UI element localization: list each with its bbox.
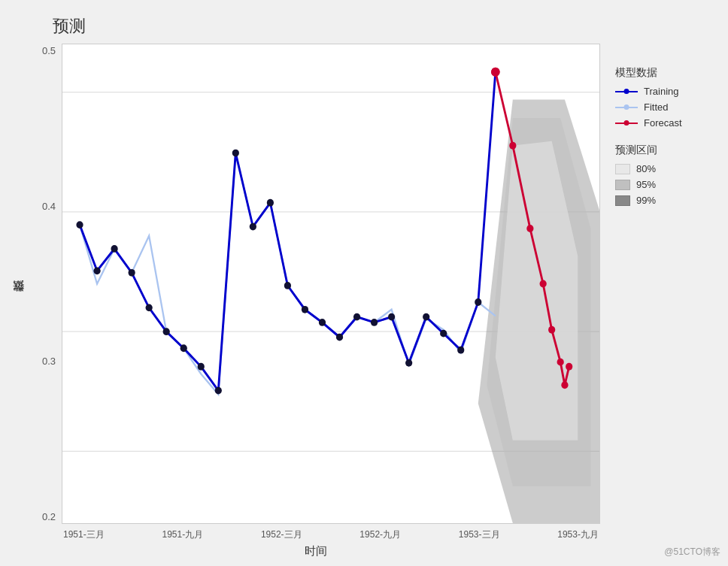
svg-point-21 [319, 319, 326, 326]
svg-point-29 [457, 347, 464, 354]
svg-point-30 [475, 298, 481, 306]
svg-point-27 [423, 313, 429, 321]
x-tick: 1953-三月 [459, 528, 500, 541]
svg-point-26 [405, 359, 412, 367]
svg-point-37 [557, 359, 564, 366]
y-tick: 0.3 [42, 356, 56, 367]
legend-fitted-label: Fitted [644, 101, 669, 113]
x-ticks: 1951-三月1951-九月1952-三月1952-九月1953-三月1953-… [62, 524, 600, 541]
svg-point-23 [353, 313, 360, 321]
svg-point-34 [526, 225, 533, 232]
svg-point-14 [198, 363, 205, 371]
y-tick: 0.5 [42, 45, 56, 56]
legend-training-label: Training [644, 86, 678, 97]
svg-point-18 [267, 199, 274, 207]
svg-point-28 [440, 330, 447, 337]
svg-point-25 [388, 313, 395, 321]
svg-point-38 [561, 381, 568, 389]
svg-point-15 [215, 387, 222, 395]
legend-band-99: 99% [615, 195, 713, 206]
legend-forecast-line [615, 123, 638, 124]
svg-point-24 [371, 319, 378, 326]
svg-point-13 [180, 344, 187, 352]
chart-title: 预测 [53, 15, 86, 38]
svg-point-32 [491, 68, 500, 77]
svg-point-39 [566, 363, 572, 371]
svg-point-22 [336, 334, 343, 341]
legend-band-80: 80% [615, 163, 713, 174]
y-axis-label: 数据 [8, 44, 29, 558]
legend-band-95-label: 95% [636, 179, 656, 190]
y-ticks: 0.50.40.30.2 [32, 44, 62, 524]
svg-point-12 [163, 328, 170, 335]
x-tick: 1953-九月 [557, 528, 599, 541]
legend-training-line [615, 91, 638, 92]
svg-point-33 [509, 142, 516, 150]
legend-band-80-label: 80% [636, 163, 656, 174]
svg-point-16 [232, 150, 239, 157]
svg-point-36 [548, 326, 555, 334]
legend-band-95: 95% [615, 179, 713, 190]
chart-container: 预测 数据 0.50.40.30.2 [0, 0, 728, 566]
chart-body: 数据 0.50.40.30.2 [8, 44, 720, 558]
svg-point-19 [284, 282, 291, 289]
x-tick: 1952-三月 [261, 528, 302, 541]
chart-inner: 0.50.40.30.2 [32, 44, 600, 558]
x-axis-area: 1951-三月1951-九月1952-三月1952-九月1953-三月1953-… [32, 524, 600, 541]
legend-interval-title: 预测区间 [615, 144, 713, 157]
x-tick: 1951-三月 [63, 528, 105, 541]
legend-forecast: Forecast [615, 117, 713, 129]
legend-band-99-label: 99% [636, 195, 656, 206]
svg-point-35 [540, 280, 547, 288]
legend-model-title: 模型数据 [615, 66, 713, 80]
plot-area-wrapper: 0.50.40.30.2 [32, 44, 600, 524]
x-tick: 1951-九月 [162, 528, 203, 541]
y-tick: 0.4 [42, 201, 56, 212]
legend-area: 模型数据 Training Fitted [600, 44, 720, 558]
svg-point-11 [146, 304, 153, 311]
svg-point-9 [111, 245, 117, 253]
legend-band-95-box [615, 180, 630, 190]
legend-band-80-box [615, 164, 630, 174]
legend-fitted-line [615, 107, 638, 108]
plot-area [62, 44, 600, 524]
watermark: @51CTO博客 [664, 546, 720, 558]
svg-point-20 [302, 306, 308, 313]
svg-point-7 [76, 221, 83, 229]
svg-point-10 [129, 269, 135, 277]
legend-training: Training [615, 86, 713, 97]
x-axis-label: 时间 [32, 544, 600, 558]
svg-point-8 [93, 267, 100, 274]
legend-forecast-label: Forecast [644, 117, 682, 129]
y-tick: 0.2 [42, 511, 56, 522]
svg-point-17 [250, 223, 256, 231]
x-tick: 1952-九月 [359, 528, 401, 541]
legend-fitted: Fitted [615, 101, 713, 113]
legend-band-99-box [615, 195, 630, 206]
